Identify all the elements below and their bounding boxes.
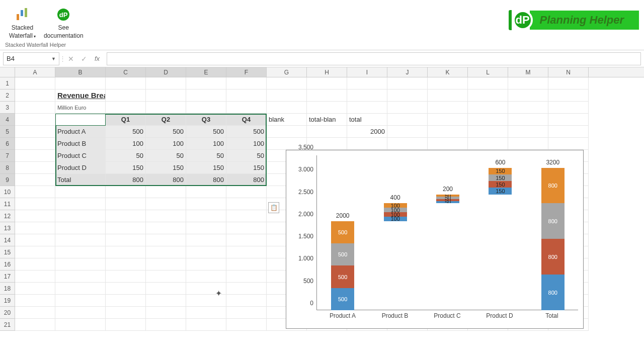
cell[interactable] [508,114,548,126]
table-cell[interactable]: 100 [186,138,226,150]
cell[interactable] [428,102,468,114]
cell[interactable] [106,210,146,222]
cell[interactable] [186,89,226,102]
cell[interactable] [15,258,55,270]
cell[interactable] [55,198,106,210]
cell[interactable] [55,319,106,331]
table-cell[interactable]: 50 [106,150,146,162]
cell[interactable]: blank [267,114,307,126]
cell[interactable] [226,258,267,270]
column-header[interactable]: E [186,67,226,77]
cell[interactable] [106,89,146,102]
cell[interactable] [106,258,146,270]
cell[interactable] [428,89,468,102]
cell[interactable] [55,295,106,307]
cell[interactable] [146,295,186,307]
stacked-waterfall-chart[interactable]: 05001.0001.5002.0002.5003.0003.500 50050… [286,150,584,329]
cell[interactable] [15,89,55,102]
cell[interactable] [387,138,428,150]
table-cell[interactable]: 150 [146,162,186,174]
cell[interactable] [146,283,186,295]
cell[interactable] [307,126,347,138]
table-header[interactable]: Q4 [226,114,267,126]
row-header[interactable]: 17 [0,270,15,283]
cell[interactable] [387,89,428,102]
row-header[interactable]: 11 [0,198,15,210]
cell[interactable] [226,270,267,283]
cell[interactable] [15,138,55,150]
table-row-label[interactable]: Product D [55,162,106,174]
cell[interactable] [347,89,387,102]
accept-formula-button[interactable]: ✓ [77,52,91,65]
cell[interactable] [186,198,226,210]
cell[interactable] [468,102,508,114]
column-header[interactable]: N [548,67,589,77]
cell[interactable] [106,307,146,319]
table-cell[interactable]: 100 [226,138,267,150]
cell[interactable] [468,126,508,138]
cell[interactable] [15,246,55,258]
cell[interactable] [15,114,55,126]
spreadsheet-grid[interactable]: ABCDEFGHIJKLMN 12Revenue Breakdown3Milli… [0,67,644,331]
cell[interactable] [15,126,55,138]
cell[interactable] [55,210,106,222]
cell[interactable] [548,126,589,138]
cell[interactable] [55,307,106,319]
cell[interactable] [15,210,55,222]
cell[interactable] [55,258,106,270]
table-cell[interactable]: 500 [186,126,226,138]
column-header[interactable]: I [347,67,387,77]
cell[interactable] [387,102,428,114]
cell[interactable] [428,126,468,138]
cell[interactable] [307,77,347,89]
column-header[interactable]: A [15,67,55,77]
table-cell[interactable]: 50 [226,150,267,162]
row-header[interactable]: 13 [0,222,15,234]
cell[interactable] [267,126,307,138]
cell[interactable] [226,210,267,222]
row-header[interactable]: 21 [0,319,15,331]
cell[interactable] [548,77,589,89]
cell[interactable] [186,234,226,246]
cell[interactable] [146,198,186,210]
cell[interactable] [307,89,347,102]
column-header[interactable]: F [226,67,267,77]
table-cell[interactable]: 800 [146,174,186,186]
name-box[interactable]: B4 ▼ [3,52,59,65]
row-header[interactable]: 9 [0,174,15,186]
cell[interactable] [146,102,186,114]
cell[interactable] [106,77,146,89]
cell[interactable] [186,246,226,258]
cell[interactable] [226,319,267,331]
cell[interactable] [548,114,589,126]
cell[interactable] [508,102,548,114]
cell[interactable] [428,138,468,150]
cell[interactable]: total-blan [307,114,347,126]
cell[interactable] [186,210,226,222]
cell[interactable] [548,89,589,102]
table-cell[interactable]: 50 [146,150,186,162]
table-cell[interactable]: 100 [146,138,186,150]
table-cell[interactable]: 500 [146,126,186,138]
row-header[interactable]: 14 [0,234,15,246]
cell[interactable] [146,89,186,102]
row-header[interactable]: 7 [0,150,15,162]
cell[interactable] [15,77,55,89]
cell[interactable] [186,77,226,89]
cell[interactable] [146,307,186,319]
cell[interactable] [186,307,226,319]
cell[interactable] [468,77,508,89]
cell[interactable] [186,186,226,198]
table-cell[interactable]: 800 [186,174,226,186]
cell[interactable] [226,283,267,295]
formula-input[interactable] [107,52,641,65]
cell[interactable] [508,77,548,89]
cell[interactable] [15,283,55,295]
cell[interactable] [226,102,267,114]
cell[interactable] [106,319,146,331]
cell[interactable] [106,222,146,234]
table-cell[interactable]: 800 [106,174,146,186]
paste-options-button[interactable]: 📋 [268,202,279,213]
row-header[interactable]: 19 [0,295,15,307]
select-all-corner[interactable] [0,67,15,77]
